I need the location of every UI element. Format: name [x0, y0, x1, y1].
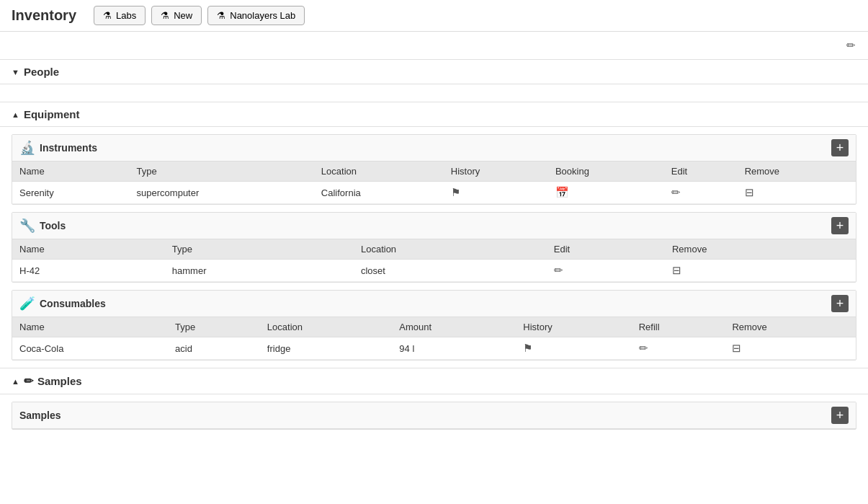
consumables-col-history: History [516, 317, 631, 337]
consumables-subsection-header: 🧪 Consumables + [12, 291, 856, 317]
nanolayers-button[interactable]: ⚗ Nanolayers Lab [207, 6, 305, 25]
consumable-amount: 94 l [392, 337, 516, 360]
top-edit-button[interactable]: ✏ [843, 37, 859, 53]
people-section-body [0, 84, 868, 102]
instrument-history-cell: ⚑ [444, 182, 548, 204]
instrument-remove-cell: ⊟ [738, 182, 856, 204]
consumables-add-button[interactable]: + [831, 295, 849, 312]
instruments-subsection: 🔬 Instruments + Name Type Location Histo… [12, 134, 856, 205]
tool-remove-icon[interactable]: ⊟ [672, 264, 681, 276]
consumable-history-icon[interactable]: ⚑ [523, 342, 532, 354]
instruments-col-history: History [444, 162, 548, 182]
samples-toggle-arrow: ▲ [12, 377, 19, 386]
table-row: Coca-Cola acid fridge 94 l ⚑ ✏ ⊟ [12, 337, 856, 360]
instrument-edit-cell: ✏ [664, 182, 738, 204]
nanolayers-flask-icon: ⚗ [217, 10, 225, 21]
new-button-label: New [174, 10, 192, 21]
tool-edit-cell: ✏ [547, 260, 665, 282]
instruments-col-location: Location [314, 162, 444, 182]
instruments-col-remove: Remove [738, 162, 856, 182]
instrument-edit-icon[interactable]: ✏ [671, 186, 681, 198]
instruments-header-row: Name Type Location History Booking Edit … [12, 162, 856, 182]
samples-subsection: Samples + [12, 402, 856, 430]
instrument-history-icon[interactable]: ⚑ [451, 186, 460, 198]
samples-section-label: Samples [37, 375, 82, 387]
tools-col-type: Type [165, 239, 354, 260]
consumables-col-refill: Refill [632, 317, 725, 337]
table-row: Serenity supercomputer California ⚑ 📅 ✏ … [12, 182, 856, 204]
tools-table-head: Name Type Location Edit Remove [12, 239, 856, 260]
tools-col-location: Location [354, 239, 547, 260]
consumable-type: acid [168, 337, 260, 360]
instruments-table-body: Serenity supercomputer California ⚑ 📅 ✏ … [12, 182, 856, 204]
new-flask-icon: ⚗ [161, 10, 169, 21]
instrument-name: Serenity [12, 182, 130, 204]
consumables-table-head: Name Type Location Amount History Refill… [12, 317, 856, 337]
samples-add-icon: + [836, 407, 844, 423]
consumables-add-icon: + [836, 296, 844, 311]
consumable-remove-icon[interactable]: ⊟ [732, 342, 741, 354]
consumable-refill-icon[interactable]: ✏ [639, 342, 648, 354]
samples-add-button[interactable]: + [831, 407, 849, 424]
consumables-title-area: 🧪 Consumables [19, 296, 106, 311]
equipment-section-label: Equipment [24, 108, 80, 120]
tool-name: H-42 [12, 260, 165, 282]
instruments-table-head: Name Type Location History Booking Edit … [12, 162, 856, 182]
consumables-col-location: Location [260, 317, 392, 337]
instrument-location: California [314, 182, 444, 204]
tools-col-edit: Edit [547, 239, 665, 260]
nanolayers-button-label: Nanolayers Lab [230, 10, 295, 21]
consumables-header-row: Name Type Location Amount History Refill… [12, 317, 856, 337]
people-toggle-arrow: ▼ [12, 68, 19, 76]
new-button[interactable]: ⚗ New [151, 6, 202, 25]
instrument-booking-cell: 📅 [548, 182, 664, 204]
tools-col-name: Name [12, 239, 165, 260]
consumables-col-amount: Amount [392, 317, 516, 337]
tool-type: hammer [165, 260, 354, 282]
equipment-section-header[interactable]: ▲ Equipment [0, 102, 868, 127]
instruments-subsection-header: 🔬 Instruments + [12, 135, 856, 162]
tools-title: Tools [40, 220, 66, 231]
main-content: ✏ ▼ People ▲ Equipment 🔬 Instruments + N… [0, 32, 868, 437]
labs-button-label: Labs [116, 10, 136, 21]
consumable-history-cell: ⚑ [516, 337, 631, 360]
instruments-col-type: Type [130, 162, 314, 182]
table-row: H-42 hammer closet ✏ ⊟ [12, 260, 856, 282]
instruments-add-button[interactable]: + [831, 139, 849, 156]
instruments-title-area: 🔬 Instruments [19, 140, 97, 156]
tools-subsection-header: 🔧 Tools + [12, 213, 856, 239]
instrument-remove-icon[interactable]: ⊟ [745, 186, 754, 198]
tool-location: closet [354, 260, 547, 282]
instruments-title: Instruments [40, 142, 97, 154]
consumables-title: Consumables [40, 298, 106, 309]
labs-button[interactable]: ⚗ Labs [94, 6, 146, 25]
consumable-remove-cell: ⊟ [725, 337, 856, 360]
instrument-booking-icon[interactable]: 📅 [555, 186, 569, 198]
samples-section-icon: ✏ [24, 374, 33, 388]
people-section-header[interactable]: ▼ People [0, 60, 868, 84]
tools-header-row: Name Type Location Edit Remove [12, 239, 856, 260]
top-edit-area: ✏ [0, 32, 868, 60]
instruments-add-icon: + [836, 140, 844, 156]
consumables-col-remove: Remove [725, 317, 856, 337]
people-section-label: People [24, 66, 59, 78]
samples-section-header[interactable]: ▲ ✏ Samples [0, 368, 868, 394]
tool-edit-icon[interactable]: ✏ [554, 264, 563, 276]
tools-icon: 🔧 [19, 218, 35, 234]
instruments-icon: 🔬 [19, 140, 35, 156]
instruments-col-edit: Edit [664, 162, 738, 182]
consumables-table: Name Type Location Amount History Refill… [12, 317, 856, 360]
tools-add-button[interactable]: + [831, 217, 849, 234]
tools-table: Name Type Location Edit Remove H-42 hamm… [12, 239, 856, 282]
tools-subsection: 🔧 Tools + Name Type Location Edit Remove… [12, 212, 856, 283]
consumables-icon: 🧪 [19, 296, 35, 311]
samples-label: Samples [19, 410, 61, 421]
samples-subsection-header: Samples + [12, 402, 856, 429]
instruments-col-name: Name [12, 162, 130, 182]
consumable-location: fridge [260, 337, 392, 360]
page-title: Inventory [12, 7, 76, 24]
consumables-col-type: Type [168, 317, 260, 337]
tools-title-area: 🔧 Tools [19, 218, 66, 234]
tools-col-remove: Remove [665, 239, 856, 260]
instruments-table: Name Type Location History Booking Edit … [12, 162, 856, 204]
